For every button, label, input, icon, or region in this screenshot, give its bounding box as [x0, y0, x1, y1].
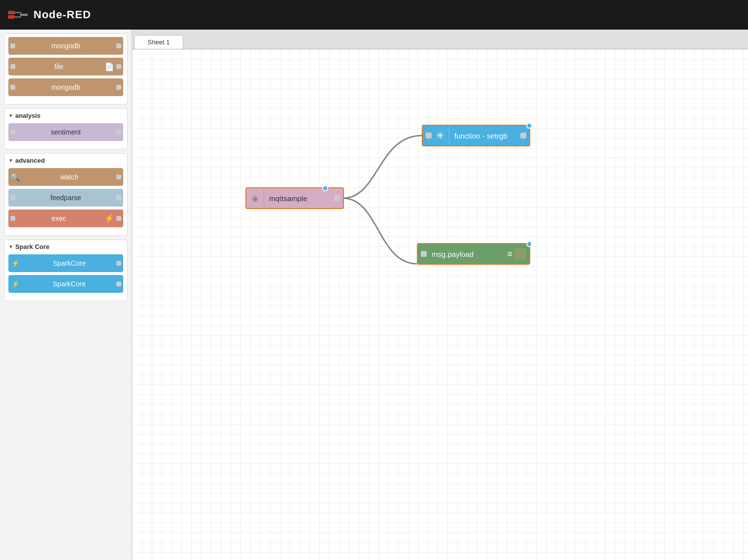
flow-node-mqttsample[interactable]: ◉ mqttsample — [245, 187, 344, 209]
port-left-icon — [426, 133, 432, 139]
tab-sheet1[interactable]: Sheet 1 — [134, 35, 183, 49]
node-label: mqttsample — [264, 194, 334, 203]
collapse-arrow-icon: ▼ — [8, 113, 13, 118]
section-header-advanced[interactable]: ▼ advanced — [8, 157, 123, 164]
section-header-sparkcore[interactable]: ▼ Spark Core — [8, 243, 123, 250]
flow-node-debug[interactable]: msg.payload ≡ — [417, 243, 530, 265]
port-left-icon — [10, 85, 15, 90]
port-right-icon — [116, 85, 121, 90]
node-label: sentiment — [15, 128, 116, 136]
list-item[interactable]: file 📄 — [8, 58, 123, 75]
list-item[interactable]: exec ⚡ — [8, 210, 123, 227]
port-left-icon — [10, 130, 15, 135]
port-right-icon — [116, 195, 121, 200]
function-icon: ✳ — [432, 126, 449, 145]
port-right-icon — [116, 281, 121, 286]
sidebar-section-analysis: ▼ analysis sentiment — [4, 108, 128, 149]
exec-icon: ⚡ — [102, 214, 116, 223]
tab-bar: Sheet 1 — [132, 30, 748, 49]
node-label: exec — [15, 214, 102, 222]
port-right-icon — [116, 43, 121, 48]
svg-point-8 — [26, 13, 28, 16]
section-header-analysis[interactable]: ▼ analysis — [8, 112, 123, 119]
output-dot-icon — [526, 241, 532, 247]
port-left-icon — [10, 216, 15, 221]
list-item[interactable]: mongodb — [8, 37, 123, 55]
port-right-icon — [116, 216, 121, 221]
port-right-icon — [520, 133, 526, 139]
spark-icon: ⚡ — [8, 280, 22, 288]
node-label: watch — [22, 173, 116, 181]
spark-icon: ⚡ — [8, 259, 22, 267]
mqtt-icon: ◉ — [246, 188, 264, 208]
toggle-icon — [514, 248, 526, 260]
list-item[interactable]: 🔍 watch — [8, 168, 123, 186]
app-title: Node-RED — [34, 8, 91, 21]
node-label: SparkCore — [22, 259, 116, 267]
section-label: advanced — [15, 157, 45, 164]
node-label: file — [15, 63, 102, 70]
app-header: Node-RED — [0, 0, 748, 30]
flow-node-function-setrgb[interactable]: ✳ function - setrgb — [422, 125, 530, 146]
node-label: SparkCore — [22, 280, 116, 288]
canvas-area: Sheet 1 ✳ function - setrgb ◉ — [132, 30, 748, 560]
port-right-icon — [116, 64, 121, 69]
sidebar: mongodb file 📄 mongodb ▼ analysis — [0, 30, 132, 560]
port-right-icon — [116, 175, 121, 179]
node-label: msg.payload — [427, 250, 507, 258]
port-left-icon — [10, 43, 15, 48]
list-item[interactable]: feedparse — [8, 189, 123, 207]
port-right-icon — [116, 130, 121, 135]
port-right-icon — [116, 261, 121, 266]
main-layout: mongodb file 📄 mongodb ▼ analysis — [0, 30, 748, 560]
list-item[interactable]: sentiment — [8, 123, 123, 141]
collapse-arrow-icon: ▼ — [8, 244, 13, 249]
node-label: feedparse — [15, 194, 116, 202]
collapse-arrow-icon: ▼ — [8, 158, 13, 163]
port-left-icon — [421, 251, 427, 257]
flow-canvas[interactable]: ✳ function - setrgb ◉ mqttsample msg.pay… — [132, 49, 748, 560]
file-icon: 📄 — [102, 62, 116, 71]
list-item[interactable]: mongodb — [8, 78, 123, 96]
watch-icon: 🔍 — [8, 173, 22, 182]
list-icon: ≡ — [507, 249, 512, 259]
node-label: mongodb — [15, 83, 116, 91]
output-dot-icon — [322, 185, 328, 191]
list-item[interactable]: ⚡ SparkCore — [8, 275, 123, 293]
logo-icon — [8, 9, 28, 21]
debug-icons: ≡ — [507, 248, 526, 260]
sidebar-section-advanced: ▼ advanced 🔍 watch feedparse exec ⚡ — [4, 153, 128, 236]
sidebar-section-sparkcore: ▼ Spark Core ⚡ SparkCore ⚡ SparkCore — [4, 240, 128, 301]
output-dot-icon — [526, 123, 532, 129]
list-item[interactable]: ⚡ SparkCore — [8, 254, 123, 272]
port-left-icon — [10, 195, 15, 200]
section-label: Spark Core — [15, 243, 49, 250]
node-label: mongodb — [15, 42, 116, 50]
node-label: function - setrgb — [449, 132, 520, 140]
port-left-icon — [10, 64, 15, 69]
section-label: analysis — [15, 112, 40, 119]
port-right-icon — [334, 195, 340, 201]
sidebar-section-storage: mongodb file 📄 mongodb — [4, 34, 128, 105]
